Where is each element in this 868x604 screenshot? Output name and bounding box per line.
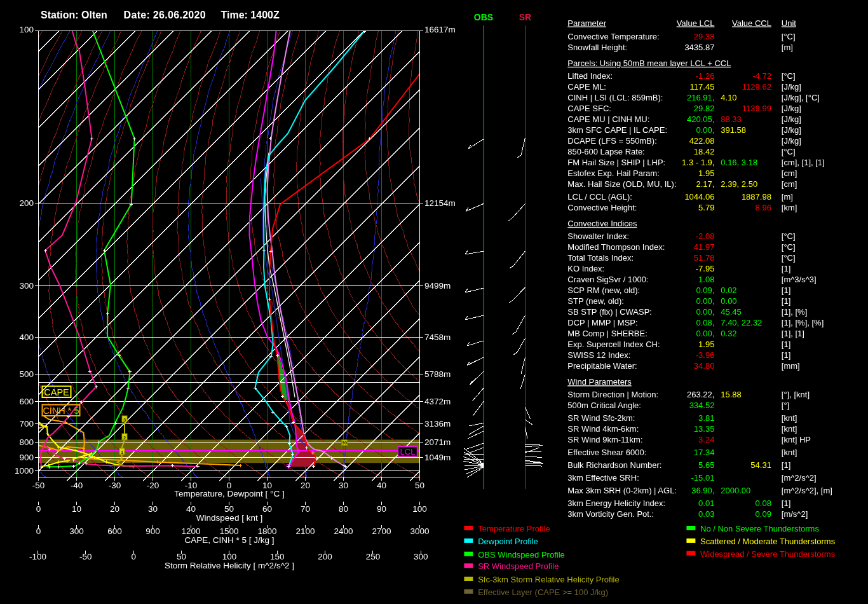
svg-text:29.38: 29.38: [694, 32, 715, 41]
svg-text:2.39, 2.50: 2.39, 2.50: [721, 179, 757, 189]
svg-text:700: 700: [19, 419, 34, 429]
svg-text:[°C]: [°C]: [782, 231, 796, 241]
svg-text:45.45: 45.45: [721, 307, 742, 317]
svg-text:Estofex Exp. Hail Param:: Estofex Exp. Hail Param:: [567, 168, 660, 178]
svg-text:18.42: 18.42: [694, 147, 715, 156]
svg-text:7.40, 22.32: 7.40, 22.32: [721, 318, 762, 327]
svg-text:0.00: 0.00: [721, 296, 736, 306]
svg-text:1500: 1500: [219, 526, 238, 536]
svg-text:2: 2: [123, 435, 126, 441]
svg-text:30: 30: [339, 481, 348, 490]
svg-text:54.31: 54.31: [750, 460, 771, 470]
svg-text:Time: 1400Z: Time: 1400Z: [221, 10, 280, 20]
svg-text:SB STP (fix) | CWASP:: SB STP (fix) | CWASP:: [567, 307, 652, 317]
svg-text:Date: 26.06.2020: Date: 26.06.2020: [124, 10, 206, 20]
svg-text:0.03: 0.03: [698, 509, 714, 519]
svg-text:Craven SigSvr / 1000:: Craven SigSvr / 1000:: [567, 275, 648, 284]
svg-text:Convective Height:: Convective Height:: [567, 203, 637, 212]
svg-text:Parcels: Using 50mB mean layer: Parcels: Using 50mB mean layer LCL + CCL: [567, 58, 731, 68]
svg-text:Storm Direction | Motion:: Storm Direction | Motion:: [567, 390, 658, 399]
svg-text:1129.62: 1129.62: [742, 82, 771, 92]
svg-text:-50: -50: [79, 552, 92, 561]
svg-text:[1], [%]: [1], [%]: [782, 307, 807, 317]
svg-text:50: 50: [415, 481, 424, 490]
svg-text:-1.26: -1.26: [696, 71, 715, 81]
svg-text:[cm]: [cm]: [782, 168, 797, 178]
svg-text:2.17,: 2.17,: [696, 179, 714, 189]
svg-text:FM Hail Size | SHIP | LHP:: FM Hail Size | SHIP | LHP:: [567, 158, 665, 167]
svg-text:[knt]: [knt]: [782, 413, 797, 423]
svg-text:88.33: 88.33: [721, 114, 742, 124]
svg-text:Bulk Richardson Number:: Bulk Richardson Number:: [567, 460, 661, 470]
svg-text:100: 100: [19, 25, 34, 34]
svg-text:[1]: [1]: [782, 296, 790, 306]
svg-text:[1]: [1]: [782, 285, 790, 295]
svg-text:30: 30: [342, 440, 347, 446]
svg-text:15.88: 15.88: [721, 390, 742, 399]
svg-text:SR Wind 9km-11km:: SR Wind 9km-11km:: [567, 435, 642, 444]
svg-text:0.08,: 0.08,: [696, 318, 714, 327]
svg-text:1.08: 1.08: [698, 275, 714, 284]
svg-text:1.95: 1.95: [698, 340, 714, 349]
svg-text:400: 400: [19, 333, 34, 342]
svg-text:[1]: [1]: [782, 340, 790, 349]
svg-text:Convective Indices: Convective Indices: [567, 219, 637, 228]
svg-text:[knt]: [knt]: [782, 424, 797, 434]
svg-text:[°C]: [°C]: [782, 32, 796, 41]
svg-text:Widespread / Severe Thundersto: Widespread / Severe Thunderstorms: [700, 549, 836, 559]
svg-text:4.10: 4.10: [721, 93, 736, 102]
svg-text:391.58: 391.58: [721, 125, 746, 135]
svg-text:0.00,: 0.00,: [696, 307, 714, 317]
svg-text:3km Energy Helicity Index:: 3km Energy Helicity Index:: [567, 498, 665, 508]
svg-text:1139.99: 1139.99: [742, 104, 771, 113]
svg-text:[J/kg]: [J/kg]: [782, 82, 801, 92]
svg-text:[1], [%], [%]: [1], [%], [%]: [782, 318, 824, 327]
svg-text:0.09,: 0.09,: [696, 285, 714, 295]
svg-text:KO Index:: KO Index:: [567, 264, 604, 273]
svg-text:41.97: 41.97: [694, 242, 715, 252]
svg-text:800: 800: [19, 437, 34, 447]
svg-text:CAPE SFC:: CAPE SFC:: [567, 104, 611, 113]
svg-text:No / Non Severe Thunderstorms: No / Non Severe Thunderstorms: [700, 524, 819, 533]
svg-text:20: 20: [110, 504, 119, 514]
svg-text:Modified Thompson Index:: Modified Thompson Index:: [567, 242, 665, 252]
svg-text:0.00,: 0.00,: [696, 296, 714, 306]
svg-text:17.34: 17.34: [694, 448, 715, 457]
svg-text:[1]: [1]: [782, 350, 790, 360]
svg-text:70: 70: [301, 504, 310, 514]
svg-text:Exp. Supercell Index CH:: Exp. Supercell Index CH:: [567, 340, 660, 349]
svg-text:0: 0: [36, 504, 41, 514]
svg-text:Station: Olten: Station: Olten: [41, 10, 107, 20]
svg-text:LCL: LCL: [400, 447, 416, 456]
svg-text:250: 250: [366, 552, 381, 561]
svg-text:[m/s^2]: [m/s^2]: [782, 509, 808, 519]
svg-text:[1]: [1]: [782, 498, 790, 508]
svg-text:Parameter: Parameter: [567, 18, 606, 28]
svg-text:20: 20: [301, 481, 310, 490]
svg-text:-30: -30: [109, 481, 121, 490]
svg-text:1200: 1200: [181, 526, 200, 536]
svg-text:Showalter Index:: Showalter Index:: [567, 231, 629, 241]
svg-text:3km SFC CAPE | IL CAPE:: 3km SFC CAPE | IL CAPE:: [567, 125, 667, 135]
svg-text:90: 90: [377, 504, 386, 514]
svg-text:2000.00: 2000.00: [721, 486, 750, 495]
svg-text:2700: 2700: [372, 526, 391, 536]
svg-text:34.80: 34.80: [694, 361, 715, 371]
svg-text:1.3 - 1.9,: 1.3 - 1.9,: [682, 158, 714, 167]
svg-text:OBS: OBS: [474, 12, 493, 22]
svg-text:DCP | MMP | MSP:: DCP | MMP | MSP:: [567, 318, 637, 327]
svg-text:SR: SR: [519, 12, 531, 22]
svg-text:SWISS 12 Index:: SWISS 12 Index:: [567, 350, 630, 360]
svg-text:0.09: 0.09: [756, 509, 771, 519]
svg-text:Sfc-3km Storm Relative Helicit: Sfc-3km Storm Relative Helicity Profile: [478, 575, 620, 584]
svg-text:0.00,: 0.00,: [696, 329, 714, 338]
svg-text:SR Wind 4km-6km:: SR Wind 4km-6km:: [567, 424, 639, 434]
svg-text:[°C]: [°C]: [782, 71, 796, 81]
svg-text:[m^2/s^2], [m]: [m^2/s^2], [m]: [782, 486, 832, 495]
svg-text:2100: 2100: [295, 526, 315, 536]
svg-text:[°C]: [°C]: [782, 242, 796, 252]
svg-text:216.91,: 216.91,: [687, 93, 714, 102]
svg-text:[km]: [km]: [782, 203, 797, 212]
svg-text:50: 50: [177, 552, 186, 561]
svg-text:-4.72: -4.72: [752, 71, 771, 81]
